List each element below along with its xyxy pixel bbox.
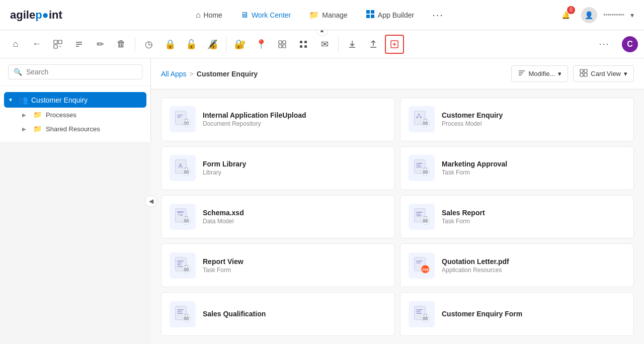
svg-rect-48: [416, 163, 423, 164]
search-input[interactable]: [26, 68, 137, 76]
card-internal-app-file[interactable]: </> Internal Application FileUpload Docu…: [161, 98, 395, 141]
notification-badge: 0: [567, 6, 575, 14]
svg-rect-5: [58, 40, 62, 44]
svg-rect-80: [177, 311, 182, 312]
toolbar-export-btn[interactable]: [364, 35, 383, 54]
toolbar-add-btn[interactable]: +: [48, 35, 67, 54]
sidebar-collapse-btn[interactable]: ◀: [145, 195, 157, 207]
sidebar-search-area: 🔍: [0, 58, 150, 86]
group-icon: 👥: [18, 95, 28, 105]
toolbar-home-btn[interactable]: ⌂: [6, 35, 25, 54]
toolbar-properties-btn[interactable]: [69, 35, 89, 54]
sidebar-tree: ▼ 👥 Customer Enquiry ▶ 📁 Processes ▶ 📁 S…: [0, 86, 150, 142]
card-subtitle-customer-enquiry: Process Model: [442, 120, 625, 127]
svg-point-36: [418, 114, 420, 116]
toolbar-import-btn[interactable]: [343, 35, 362, 54]
card-schema-xsd[interactable]: Schema.xsd Data Model: [161, 195, 395, 239]
toolbar-back-btn[interactable]: ←: [27, 35, 46, 54]
user-name: ••••••••••: [603, 12, 624, 19]
svg-rect-65: [423, 219, 428, 222]
notification-button[interactable]: 🔔 0: [557, 6, 575, 24]
card-icon-customer-enquiry-form: [409, 301, 435, 327]
toolbar-unlock-btn[interactable]: 🔓: [182, 35, 201, 54]
card-title-quotation-letter: Quotation Letter.pdf: [442, 257, 625, 266]
nav-more-btn[interactable]: ···: [425, 5, 451, 25]
toolbar-lock-btn[interactable]: 🔒: [160, 35, 180, 54]
card-title-sales-report: Sales Report: [442, 209, 625, 217]
nav-workcenter[interactable]: 🖥 Work Center: [233, 7, 298, 24]
toolbar-export-active-btn[interactable]: [385, 35, 404, 54]
toolbar-user-circle[interactable]: C: [622, 36, 638, 52]
svg-rect-25: [580, 69, 583, 72]
user-chevron-icon[interactable]: ▾: [630, 11, 634, 19]
nav-home[interactable]: ⌂ Home: [189, 7, 229, 24]
card-sales-qualification[interactable]: Sales Qualification: [161, 292, 395, 336]
header-controls: Modifie... ▾ Card View ▾: [511, 65, 634, 82]
card-form-library[interactable]: A Form Library Library: [161, 146, 395, 190]
svg-rect-61: [416, 212, 423, 213]
svg-rect-4: [54, 40, 57, 44]
toolbar-divider-2: [226, 37, 226, 51]
search-icon: 🔍: [14, 68, 22, 76]
svg-rect-87: [416, 313, 422, 314]
card-quotation-letter[interactable]: PDF Quotation Letter.pdf Application Res…: [400, 243, 634, 287]
sort-button[interactable]: Modifie... ▾: [511, 65, 569, 82]
svg-rect-86: [416, 311, 421, 312]
toolbar-security-btn[interactable]: 🔐: [230, 35, 250, 54]
home-icon: ⌂: [196, 11, 201, 20]
toolbar-more-btn[interactable]: ···: [595, 35, 614, 54]
sidebar-item-processes[interactable]: ▶ 📁 Processes: [18, 108, 146, 122]
sidebar-shared-label: Shared Resources: [46, 125, 100, 133]
toolbar-mail-btn[interactable]: ✉: [315, 35, 334, 54]
svg-rect-14: [283, 45, 286, 48]
card-customer-enquiry[interactable]: Customer Enquiry Process Model: [400, 98, 634, 141]
view-button[interactable]: Card View ▾: [573, 65, 634, 82]
nav-menu: ⌂ Home 🖥 Work Center 📁 Manage App Builde…: [83, 5, 557, 25]
svg-point-57: [181, 214, 183, 216]
toolbar-grid-btn[interactable]: [294, 35, 313, 54]
card-icon-internal-app-file: </>: [170, 106, 196, 132]
user-icon: 👤: [585, 11, 593, 19]
sidebar-item-shared-resources[interactable]: ▶ 📁 Shared Resources: [18, 122, 146, 136]
sidebar-item-customer-enquiry[interactable]: ▼ 👥 Customer Enquiry: [4, 92, 146, 108]
monitor-icon: 🖥: [240, 11, 249, 20]
card-customer-enquiry-form[interactable]: Customer Enquiry Form: [400, 292, 634, 336]
svg-rect-13: [279, 45, 282, 48]
card-icon-quotation-letter: PDF: [409, 252, 435, 279]
svg-rect-69: [177, 264, 181, 265]
svg-rect-50: [416, 166, 422, 167]
toolbar-history-btn[interactable]: ◷: [139, 35, 158, 54]
card-info-sales-report: Sales Report Task Form: [442, 209, 625, 225]
nav-manage[interactable]: 📁 Manage: [302, 6, 355, 24]
toolbar-edit-btn[interactable]: ✏: [91, 35, 110, 54]
logo[interactable]: agilep●int: [10, 9, 62, 22]
nav-home-label: Home: [204, 11, 222, 19]
svg-rect-1: [371, 10, 374, 14]
breadcrumb: All Apps > Customer Enquiry: [161, 70, 258, 78]
sidebar-customer-label: Customer Enquiry: [31, 96, 88, 104]
card-marketing-approval[interactable]: Marketing Approval Task Form: [400, 146, 634, 190]
processes-expand-icon: ▶: [22, 112, 29, 118]
search-box[interactable]: 🔍: [8, 64, 142, 79]
svg-rect-49: [416, 165, 421, 166]
card-title-report-view: Report View: [203, 257, 386, 266]
breadcrumb-all-apps[interactable]: All Apps: [161, 70, 187, 78]
svg-rect-31: [177, 117, 181, 118]
toolbar-lockalt-btn[interactable]: 🔏: [203, 35, 222, 54]
card-title-customer-enquiry: Customer Enquiry: [442, 111, 625, 119]
svg-rect-59: [184, 219, 189, 222]
toolbar-location-btn[interactable]: 📍: [252, 35, 271, 54]
content-header: All Apps > Customer Enquiry Modifie... ▾…: [151, 58, 644, 90]
toolbar-delete-btn[interactable]: 🗑: [112, 35, 131, 54]
nav-workcenter-label: Work Center: [252, 11, 291, 19]
card-sales-report[interactable]: Sales Report Task Form: [400, 195, 634, 239]
svg-rect-89: [423, 316, 428, 320]
toolbar: ▲ ⌂ ← + ✏ 🗑 ◷ 🔒 🔓 🔏 🔐 📍 ✉ ··· C: [0, 30, 644, 58]
svg-rect-3: [371, 15, 374, 18]
card-title-customer-enquiry-form: Customer Enquiry Form: [442, 310, 625, 318]
svg-rect-30: [177, 115, 183, 116]
toolbar-windows-btn[interactable]: [273, 35, 292, 54]
nav-appbuilder[interactable]: App Builder: [359, 6, 421, 25]
card-report-view[interactable]: Report View Task Form: [161, 243, 395, 287]
svg-text:PDF: PDF: [423, 268, 429, 272]
